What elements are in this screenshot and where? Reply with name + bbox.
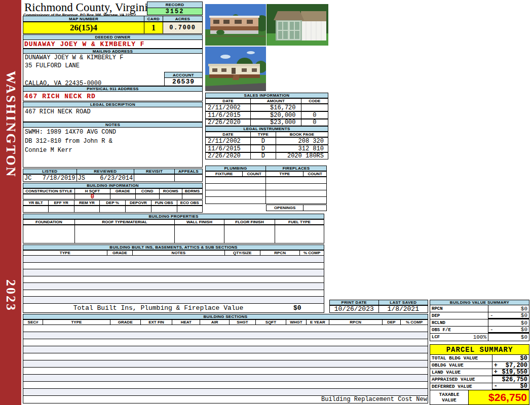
ps-row-appraised: APPRAISED VALUE $26,750 bbox=[430, 376, 529, 383]
ps-value: $0 bbox=[520, 355, 527, 362]
ps-op: - bbox=[494, 383, 498, 390]
legal-instruments-headers: DATE TYPE BOOK PAGE bbox=[205, 132, 328, 137]
sales-row: 11/6/2015 $20,000 0 bbox=[205, 111, 328, 119]
li-date: 2/11/2002 bbox=[205, 137, 251, 145]
sales-date: 2/11/2002 bbox=[205, 104, 251, 111]
record-box: RECORD 3152 bbox=[147, 2, 203, 15]
fuel-type-label: FUEL TYPE bbox=[275, 219, 324, 225]
building-sections-headers: SEC# TYPE GRADE EXT FIN HEAT AIR SHGT SQ… bbox=[23, 319, 428, 325]
bsec-grade-label: GRADE bbox=[110, 319, 141, 325]
building-value-summary: BUILDING VALUE SUMMARY RPCN $0 DEP - $0 … bbox=[430, 300, 529, 341]
depovr-label: DEPOVR bbox=[126, 200, 151, 206]
hsqft-value: 0 bbox=[75, 194, 110, 199]
building-sections-empty-rows bbox=[23, 325, 428, 396]
legal-instrument-row: 11/6/2015 D 312 810 bbox=[205, 145, 328, 152]
building-info-row2-values bbox=[23, 206, 203, 213]
card-value: 1 bbox=[144, 22, 163, 34]
print-header-row: PRINT DATE LAST SAVED bbox=[329, 300, 428, 305]
ps-value: $7,200 bbox=[506, 362, 527, 369]
reviewed-date: 6/23/2014 bbox=[100, 175, 133, 182]
mobile-home-side-photo bbox=[205, 47, 266, 91]
mailing-line2: 35 FULFORD LANE bbox=[23, 61, 202, 69]
review-value-row: JC 7/18/2019 JS 6/23/2014 bbox=[23, 174, 203, 182]
plumbing-count-label: COUNT bbox=[243, 171, 266, 177]
mailing-address-label: MAILING ADDRESS bbox=[23, 49, 203, 54]
mailing-address-block: DUNAWAY JOEY W & KIMBERLY F 35 FULFORD L… bbox=[23, 54, 203, 86]
building-value-summary-label: BUILDING VALUE SUMMARY bbox=[430, 300, 529, 305]
bvs-value: $0 bbox=[521, 334, 527, 340]
map-number-label: MAP NUMBER bbox=[23, 16, 144, 22]
bvs-label: DEP bbox=[432, 313, 440, 318]
ps-label: OBLDG VALUE bbox=[430, 362, 492, 369]
bsec-rpcn-label: RPCN bbox=[329, 319, 383, 325]
grade-label: GRADE bbox=[110, 188, 136, 194]
building-info-row2-headers: YR BLT EFF YR REM YR DEP % DEPOVR FUN OB… bbox=[23, 200, 203, 206]
bvs-row-dep: DEP - $0 bbox=[430, 312, 529, 319]
ps-row-land: LAND VALUE + $19,550 bbox=[430, 369, 529, 376]
ps-label: LAND VALUE bbox=[430, 369, 492, 376]
funobs-label: FUN OBS bbox=[151, 200, 177, 206]
building-sections-label: BUILDING SECTIONS bbox=[23, 314, 428, 319]
print-date-label: PRINT DATE bbox=[329, 300, 379, 305]
bi-grade-label: GRADE bbox=[107, 250, 133, 256]
sales-headers: DATE AMOUNT CODE bbox=[205, 98, 328, 104]
account-box: ACCOUNT 26539 bbox=[164, 72, 203, 86]
listed-by: JC bbox=[24, 175, 31, 182]
openings-row: OPENINGS bbox=[266, 205, 327, 211]
bvs-value: $0 bbox=[521, 320, 527, 326]
ps-row-deferred: DEFERRED VALUE - $0 bbox=[430, 383, 529, 390]
listed-label: LISTED bbox=[23, 169, 77, 174]
building-information-label: BUILDING INFORMATION bbox=[23, 183, 203, 188]
building-info-row1-headers: CONSTRUCTION STYLE H SQFT GRADE COND ROO… bbox=[23, 188, 203, 194]
deppct-label: DEP % bbox=[100, 200, 126, 206]
legal-instrument-row: 2/11/2002 D 208 320 bbox=[205, 137, 328, 145]
storage-shed-photo bbox=[267, 4, 328, 46]
appeals-label: APPEALS bbox=[175, 169, 203, 174]
ps-label: TOTAL BLDG VALUE bbox=[430, 355, 492, 361]
sales-information-label: SALES INFORMATION bbox=[205, 93, 328, 98]
last-saved-label: LAST SAVED bbox=[379, 300, 429, 305]
account-label: ACCOUNT bbox=[164, 72, 203, 78]
bvs-label: OBS F/E bbox=[432, 328, 451, 333]
sales-code bbox=[301, 104, 328, 111]
map-value-row: 26(15)4 1 0.7000 bbox=[23, 22, 203, 34]
openings-value bbox=[303, 205, 327, 211]
ps-op: + bbox=[494, 369, 498, 376]
ps-row-taxable: TAXABLE VALUE $26,750 bbox=[430, 390, 529, 405]
bsec-eyear-label: E YEAR bbox=[307, 319, 329, 325]
ps-label: APPRAISED VALUE bbox=[430, 376, 492, 383]
legal-instruments-label: LEGAL INSTRUMENTS bbox=[205, 126, 328, 132]
taxable-value-label: TAXABLE VALUE bbox=[430, 390, 469, 404]
spine-bar: WASHINGTON 2023 bbox=[0, 0, 21, 405]
fireplace-type-label: TYPE bbox=[266, 171, 303, 177]
sales-row: 2/26/2020 $23,000 0 bbox=[205, 119, 328, 126]
acres-label: ACRES bbox=[163, 16, 203, 22]
building-properties-headers: FOUNDATION ROOF TYPE/MATERIAL WALL FINIS… bbox=[23, 219, 324, 225]
ps-value: $26,750 bbox=[502, 376, 527, 383]
revisit-value bbox=[134, 174, 175, 182]
bi-qty-label: QTY/SIZE bbox=[225, 250, 260, 256]
bsec-air-label: AIR bbox=[200, 319, 230, 325]
physical-address-value: 467 RICH NECK RD bbox=[23, 92, 203, 101]
map-number-value: 26(15)4 bbox=[23, 22, 144, 34]
parcel-summary-label: PARCEL SUMMARY bbox=[430, 344, 529, 355]
li-type: D bbox=[251, 152, 276, 159]
notes-block: SWMH: 1989 14X70 AVG COND DB 312-810 fro… bbox=[23, 128, 203, 168]
notes-line1: SWMH: 1989 14X70 AVG COND bbox=[23, 128, 202, 136]
notes-label: NOTES bbox=[23, 122, 203, 128]
floor-finish-label: FLOOR FINISH bbox=[224, 219, 275, 225]
ps-row-totalbldg: TOTAL BLDG VALUE $0 bbox=[430, 355, 529, 362]
sales-amount: $16,720 bbox=[251, 104, 301, 111]
li-type: D bbox=[251, 137, 276, 145]
bvs-op: - bbox=[490, 327, 493, 333]
sales-date-label: DATE bbox=[205, 98, 251, 104]
legal-description-value: 467 RICH NECK ROAD bbox=[23, 107, 203, 122]
spine-locality-label: WASHINGTON bbox=[3, 71, 18, 178]
rooms-label: ROOMS bbox=[160, 188, 182, 194]
legal-description-label: LEGAL DESCRIPTION bbox=[23, 102, 203, 107]
building-properties-label: BUILDING PROPERTIES bbox=[23, 214, 324, 219]
openings-label: OPENINGS bbox=[266, 205, 303, 211]
deeded-owner-label: DEEDED OWNER bbox=[23, 34, 203, 40]
bsec-sec-label: SEC# bbox=[23, 319, 43, 325]
legal-instrument-row: 2/26/2020 D 2020 180RS bbox=[205, 152, 328, 159]
